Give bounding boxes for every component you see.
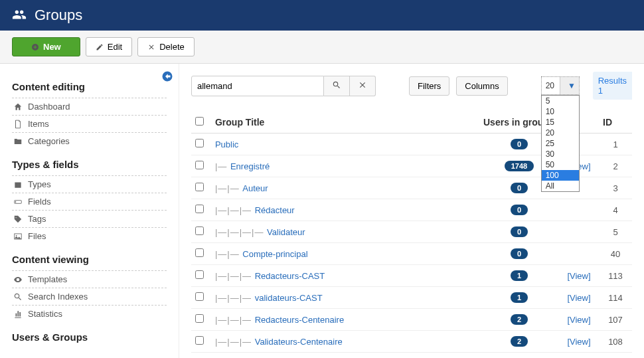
sidebar-item-label: Tags bbox=[28, 214, 46, 224]
search-input[interactable] bbox=[191, 76, 324, 96]
sidebar-item[interactable]: Tags bbox=[12, 210, 167, 227]
search-box bbox=[191, 76, 376, 96]
group-link[interactable]: Compte-principal bbox=[242, 249, 307, 259]
filters-button[interactable]: Filters bbox=[409, 76, 449, 96]
sidebar-item[interactable]: Fields bbox=[12, 193, 167, 210]
pagesize-option[interactable]: 25 bbox=[542, 138, 579, 149]
row-id: 4 bbox=[599, 199, 632, 221]
sidebar-item[interactable]: Search Indexes bbox=[12, 288, 167, 305]
row-checkbox[interactable] bbox=[195, 314, 204, 323]
group-link[interactable]: Redacteurs-Centenaire bbox=[255, 315, 344, 325]
table-row: |—|—|—|— Validateur05 bbox=[191, 221, 632, 243]
sidebar-item[interactable]: Types bbox=[12, 175, 167, 193]
edit-button[interactable]: Edit bbox=[86, 37, 132, 56]
pagesize-option[interactable]: 5 bbox=[542, 96, 579, 106]
sidebar-item[interactable]: Items bbox=[12, 115, 167, 132]
row-checkbox[interactable] bbox=[195, 248, 204, 257]
row-checkbox[interactable] bbox=[195, 183, 204, 191]
new-button[interactable]: New bbox=[12, 37, 80, 56]
search-icon bbox=[13, 292, 23, 302]
sidebar-section-title: Content editing bbox=[12, 81, 167, 95]
view-link[interactable]: [View] bbox=[567, 337, 590, 347]
page-title: Groups bbox=[35, 7, 82, 24]
pagesize-option[interactable]: 15 bbox=[542, 117, 579, 128]
row-checkbox[interactable] bbox=[195, 292, 204, 301]
table-row: |—|—|— Redacteurs-Centenaire2[View]107 bbox=[191, 309, 632, 331]
view-link[interactable]: [View] bbox=[567, 271, 590, 281]
group-link[interactable]: Auteur bbox=[242, 183, 268, 193]
toolbar: New Edit Delete bbox=[0, 31, 644, 64]
delete-button[interactable]: Delete bbox=[137, 37, 195, 56]
folder-icon bbox=[13, 137, 23, 146]
pencil-icon bbox=[96, 43, 104, 51]
sidebar-item[interactable]: Dashboard bbox=[12, 98, 167, 115]
search-icon bbox=[332, 80, 341, 90]
group-link[interactable]: validateurs-CAST bbox=[255, 293, 323, 303]
row-id: 5 bbox=[599, 221, 632, 243]
sidebar-item[interactable]: Files bbox=[12, 227, 167, 244]
sidebar-item-label: Statistics bbox=[28, 309, 62, 319]
pagesize-select-wrap: 20 ▼ 5101520253050100All bbox=[541, 76, 580, 95]
sidebar-item-label: Templates bbox=[28, 274, 67, 284]
sidebar: Content editingDashboardItemsCategoriesT… bbox=[0, 64, 179, 358]
group-link[interactable]: Redacteurs-CAST bbox=[255, 271, 325, 281]
pagesize-option[interactable]: 100 bbox=[542, 170, 579, 181]
sidebar-item-label: Types bbox=[28, 179, 51, 189]
row-id: 114 bbox=[599, 287, 632, 309]
row-checkbox[interactable] bbox=[195, 336, 204, 345]
user-count-badge: 2 bbox=[511, 314, 528, 325]
view-link[interactable]: [View] bbox=[567, 293, 590, 303]
clear-search-button[interactable] bbox=[350, 76, 376, 96]
row-id: 108 bbox=[599, 331, 632, 353]
tag-icon bbox=[13, 215, 23, 224]
sidebar-item[interactable]: Statistics bbox=[12, 305, 167, 322]
user-count-badge: 0 bbox=[511, 248, 528, 259]
pagesize-option[interactable]: 30 bbox=[542, 149, 579, 159]
briefcase-icon bbox=[13, 180, 23, 189]
sidebar-item-label: Dashboard bbox=[28, 102, 70, 112]
columns-button[interactable]: Columns bbox=[456, 76, 507, 96]
pagesize-select[interactable]: 20 ▼ bbox=[541, 76, 580, 95]
x-icon bbox=[358, 80, 367, 90]
pagesize-option[interactable]: 20 bbox=[542, 128, 579, 138]
table-row: |—|— Compte-principal040 bbox=[191, 243, 632, 265]
search-button[interactable] bbox=[324, 76, 350, 96]
col-title[interactable]: Group Title bbox=[211, 112, 479, 134]
col-id[interactable]: ID bbox=[599, 112, 632, 134]
group-link[interactable]: Enregistré bbox=[230, 161, 270, 171]
svg-rect-1 bbox=[15, 201, 16, 202]
caret-down-icon: ▼ bbox=[560, 77, 579, 94]
row-checkbox[interactable] bbox=[195, 270, 204, 279]
pagesize-option[interactable]: All bbox=[542, 181, 579, 191]
row-checkbox[interactable] bbox=[195, 161, 204, 169]
user-count-badge: 0 bbox=[511, 183, 528, 193]
sidebar-item[interactable]: Templates bbox=[12, 270, 167, 288]
results-summary: Results 1 bbox=[593, 72, 632, 100]
user-count-badge: 1748 bbox=[505, 161, 534, 171]
sidebar-item[interactable]: Categories bbox=[12, 132, 167, 149]
collapse-sidebar-button[interactable] bbox=[161, 70, 173, 86]
doc-icon bbox=[13, 120, 23, 129]
row-checkbox[interactable] bbox=[195, 205, 204, 213]
group-link[interactable]: Public bbox=[215, 139, 238, 149]
pagesize-option[interactable]: 50 bbox=[542, 159, 579, 170]
x-icon bbox=[147, 43, 155, 51]
pagesize-option[interactable]: 10 bbox=[542, 106, 579, 117]
view-link[interactable]: [View] bbox=[567, 315, 590, 325]
select-all-checkbox[interactable] bbox=[195, 117, 204, 126]
arrow-left-circle-icon bbox=[161, 70, 173, 82]
row-id: 1 bbox=[599, 134, 632, 155]
user-count-badge: 1 bbox=[511, 270, 528, 281]
plus-icon bbox=[31, 43, 39, 51]
row-checkbox[interactable] bbox=[195, 139, 204, 147]
group-link[interactable]: Validateurs-Centenaire bbox=[255, 337, 343, 347]
chart-icon bbox=[13, 310, 23, 319]
table-row: |—|—|— Redacteurs-CAST1[View]113 bbox=[191, 265, 632, 287]
sidebar-section-title: Content viewing bbox=[12, 254, 167, 268]
group-link[interactable]: Rédacteur bbox=[255, 205, 295, 215]
user-count-badge: 0 bbox=[511, 226, 528, 237]
group-link[interactable]: Validateur bbox=[267, 227, 305, 237]
row-checkbox[interactable] bbox=[195, 226, 204, 235]
sidebar-item-label: Search Indexes bbox=[28, 292, 88, 302]
user-count-badge: 0 bbox=[511, 205, 528, 215]
